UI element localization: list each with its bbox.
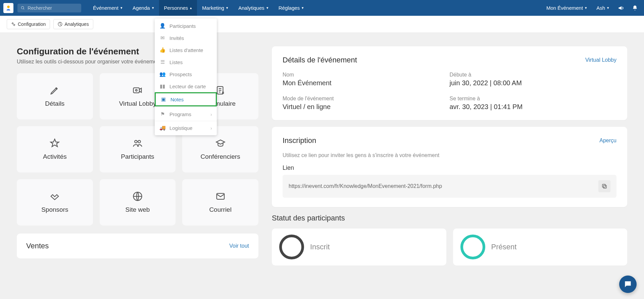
dd-notes[interactable]: ▣Notes [155, 92, 217, 106]
config-title: Configuration de l'événement [17, 46, 258, 57]
chat-button[interactable] [619, 276, 637, 293]
content: Configuration de l'événement Utilisez le… [0, 33, 644, 279]
bell-icon [632, 5, 638, 11]
logo-icon [5, 4, 12, 12]
truck-icon: 🚚 [159, 125, 165, 131]
camera-icon [132, 85, 143, 95]
tile-courriel[interactable]: Courriel [182, 179, 258, 226]
nav-analytiques[interactable]: Analytiques▾ [233, 0, 274, 16]
subbar-analytiques[interactable]: Analytiques [53, 19, 93, 29]
svg-point-3 [12, 23, 13, 24]
svg-point-4 [14, 24, 15, 26]
tile-label: Virtual Lobby [119, 100, 156, 107]
people-icon [132, 138, 143, 148]
dd-label: Invités [169, 35, 184, 41]
dd-invites[interactable]: ✉Invités [155, 32, 217, 44]
name-label: Nom [283, 72, 450, 78]
app-logo[interactable] [3, 3, 13, 13]
dd-label: Notes [170, 97, 184, 102]
search-box[interactable] [17, 4, 81, 12]
user-icon: 👤 [159, 23, 165, 29]
tile-label: Conférenciers [201, 153, 240, 160]
subbar-label: Configuration [18, 21, 46, 27]
svg-line-2 [23, 8, 24, 9]
dd-separator [155, 107, 217, 107]
list-icon: ☰ [159, 59, 165, 65]
dd-programs[interactable]: ⚑Programs› [155, 108, 217, 120]
virtual-lobby-link[interactable]: Virtual Lobby [585, 57, 616, 63]
dd-participants[interactable]: 👤Participants [155, 20, 217, 32]
nav-label: Marketing [202, 5, 224, 11]
search-input[interactable] [28, 5, 78, 11]
tile-siteweb[interactable]: Site web [100, 179, 176, 226]
note-icon: ▣ [160, 96, 166, 102]
sales-title: Ventes [26, 242, 49, 250]
donut-inscrit [279, 235, 304, 259]
copy-icon [601, 183, 607, 189]
start-label: Débute à [450, 72, 617, 78]
nav-agenda[interactable]: Agenda▾ [128, 0, 159, 16]
apercu-link[interactable]: Aperçu [599, 138, 616, 144]
status-present: Présent [453, 229, 628, 265]
dd-prospects[interactable]: 👥Prospects [155, 68, 217, 80]
dd-lists[interactable]: ☰Listes [155, 56, 217, 68]
registration-title: Inscription [283, 136, 316, 145]
personnes-dropdown: 👤Participants ✉Invités 👍Listes d'attente… [155, 18, 217, 135]
chevron-right-icon: › [210, 111, 212, 117]
registration-card: Inscription Aperçu Utilisez ce lien pour… [272, 127, 627, 207]
present-label: Présent [491, 243, 517, 251]
dd-label: Programs [169, 111, 191, 117]
chevron-down-icon: ▾ [152, 6, 154, 10]
notifications-button[interactable] [629, 2, 641, 14]
tile-details[interactable]: Détails [17, 73, 93, 119]
left-column: Configuration de l'événement Utilisez le… [17, 46, 258, 265]
dd-card-reader[interactable]: ▮▮Lecteur de carte [155, 80, 217, 92]
envelope-icon: ✉ [159, 35, 165, 41]
svg-point-6 [136, 90, 137, 91]
dd-separator [155, 121, 217, 121]
nav-personnes[interactable]: Personnes▴ [159, 0, 197, 16]
dd-label: Participants [169, 23, 196, 29]
nav-event[interactable]: Événement▾ [88, 0, 128, 16]
tile-sponsors[interactable]: Sponsors [17, 179, 93, 226]
dd-waitlist[interactable]: 👍Listes d'attente [155, 44, 217, 56]
right-column: Détails de l'événement Virtual Lobby Nom… [272, 46, 627, 265]
nav-marketing[interactable]: Marketing▾ [197, 0, 233, 16]
registration-url: https://inevent.com/fr/Knowledge/MonEven… [289, 183, 442, 189]
start-value: juin 30, 2022 | 08:00 AM [450, 79, 617, 87]
nav-label: Réglages [279, 5, 300, 11]
subbar-configuration[interactable]: Configuration [7, 19, 50, 29]
search-icon [21, 6, 25, 10]
svg-point-0 [7, 5, 9, 8]
details-card: Détails de l'événement Virtual Lobby Nom… [272, 46, 627, 120]
dd-logistique[interactable]: 🚚Logistique› [155, 122, 217, 134]
chevron-up-icon: ▴ [190, 6, 192, 10]
user-name: Ash [596, 5, 605, 11]
chevron-down-icon: ▾ [266, 6, 268, 10]
gears-icon [11, 22, 16, 27]
mode-label: Mode de l'événement [283, 96, 450, 102]
nav-reglages[interactable]: Réglages▾ [274, 0, 309, 16]
event-name: Mon Événement [546, 5, 583, 11]
pie-icon [58, 22, 62, 27]
topbar-right: Mon Événement▾ Ash▾ [543, 2, 641, 14]
form-icon [215, 85, 226, 95]
event-switcher[interactable]: Mon Événement▾ [543, 5, 590, 11]
svg-rect-12 [603, 185, 606, 188]
view-all-link[interactable]: Voir tout [229, 243, 249, 249]
announce-button[interactable] [615, 2, 627, 14]
chevron-down-icon: ▾ [607, 6, 609, 10]
chevron-right-icon: › [210, 125, 212, 131]
users-icon: 👥 [159, 71, 165, 77]
dd-label: Lecteur de carte [169, 84, 206, 89]
status-inscrit: Inscrit [272, 229, 446, 265]
globe-icon [133, 191, 143, 201]
svg-point-1 [21, 6, 24, 9]
mode-value: Virtuel / en ligne [283, 103, 450, 111]
card-icon: ▮▮ [159, 83, 165, 89]
tile-activites[interactable]: Activités [17, 126, 93, 172]
user-menu[interactable]: Ash▾ [593, 5, 612, 11]
copy-button[interactable] [598, 180, 610, 192]
details-title: Détails de l'événement [283, 56, 357, 64]
dd-label: Logistique [169, 125, 192, 131]
